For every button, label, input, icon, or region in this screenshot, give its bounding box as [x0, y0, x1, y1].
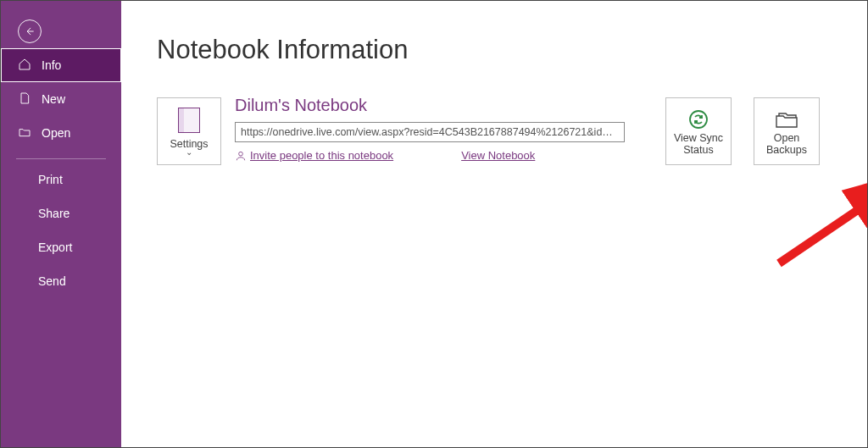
svg-line-2 — [779, 183, 868, 263]
main-panel: Notebook Information Settings ⌄ Dilum's … — [121, 1, 867, 447]
sync-icon — [688, 107, 709, 132]
annotation-arrow — [771, 170, 868, 272]
svg-point-0 — [239, 152, 243, 156]
person-icon — [235, 150, 247, 162]
backstage-sidebar: Info New Open Print Share Export Send — [1, 1, 121, 448]
view-sync-status-button[interactable]: View Sync Status — [665, 97, 732, 165]
folder-icon — [775, 107, 798, 132]
nav-info-label: Info — [42, 58, 61, 72]
notebook-name: Dilum's Notebook — [235, 96, 625, 115]
page-title: Notebook Information — [157, 35, 867, 65]
svg-point-1 — [690, 111, 707, 128]
back-arrow-icon — [24, 25, 36, 37]
nav-new[interactable]: New — [1, 82, 121, 116]
back-button[interactable] — [18, 19, 42, 43]
nav-print[interactable]: Print — [1, 163, 121, 196]
open-backups-button[interactable]: Open Backups — [754, 97, 820, 165]
notebook-url-field[interactable]: https://onedrive.live.com/view.aspx?resi… — [235, 122, 625, 142]
nav-separator — [16, 158, 106, 159]
nav-send[interactable]: Send — [1, 264, 121, 298]
nav-open-label: Open — [42, 126, 70, 140]
new-document-icon — [18, 91, 31, 108]
notebook-icon — [178, 108, 200, 133]
view-notebook-link[interactable]: View Notebook — [461, 149, 535, 162]
invite-people-link[interactable]: Invite people to this notebook — [235, 149, 393, 162]
nav-export[interactable]: Export — [1, 230, 121, 264]
chevron-down-icon: ⌄ — [186, 150, 192, 155]
nav-open[interactable]: Open — [1, 116, 121, 150]
nav-new-label: New — [42, 92, 65, 106]
home-icon — [18, 58, 31, 74]
settings-button[interactable]: Settings ⌄ — [157, 97, 221, 165]
open-folder-icon — [18, 125, 31, 141]
nav-info[interactable]: Info — [1, 48, 121, 82]
nav-share[interactable]: Share — [1, 196, 121, 230]
